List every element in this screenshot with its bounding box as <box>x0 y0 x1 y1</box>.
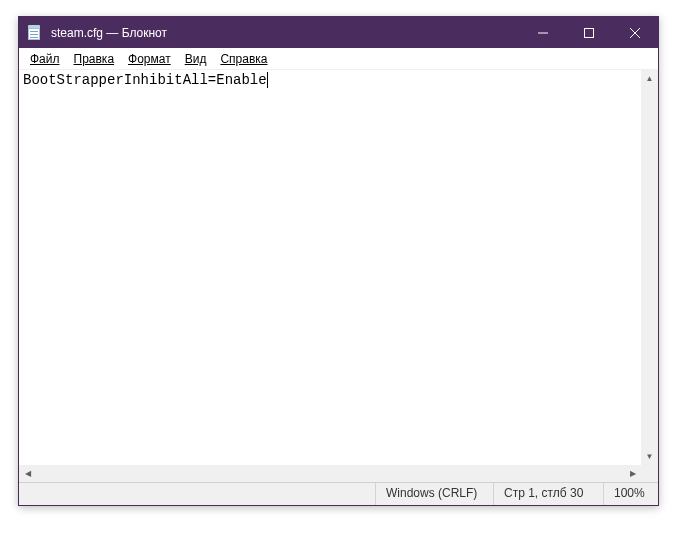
text-caret <box>267 72 268 88</box>
window-title: steam.cfg — Блокнот <box>49 26 520 40</box>
maximize-button[interactable] <box>566 17 612 48</box>
menubar: Файл Правка Формат Вид Справка <box>19 48 658 70</box>
titlebar[interactable]: steam.cfg — Блокнот <box>19 17 658 48</box>
text-editor[interactable]: BootStrapperInhibitAll=Enable <box>19 70 641 465</box>
menu-help[interactable]: Справка <box>213 50 274 68</box>
editor-content: BootStrapperInhibitAll=Enable <box>23 72 267 88</box>
menu-format[interactable]: Формат <box>121 50 178 68</box>
scroll-right-icon[interactable]: ▶ <box>624 465 641 482</box>
close-button[interactable] <box>612 17 658 48</box>
vertical-scrollbar[interactable]: ▲ ▼ <box>641 70 658 465</box>
minimize-button[interactable] <box>520 17 566 48</box>
status-encoding: Windows (CRLF) <box>375 483 493 505</box>
app-icon <box>19 25 49 41</box>
notepad-window: steam.cfg — Блокнот Файл Правка Формат В… <box>18 16 659 506</box>
scroll-down-icon[interactable]: ▼ <box>641 448 658 465</box>
menu-view[interactable]: Вид <box>178 50 214 68</box>
menu-edit[interactable]: Правка <box>67 50 122 68</box>
menu-file[interactable]: Файл <box>23 50 67 68</box>
svg-rect-1 <box>585 28 594 37</box>
status-zoom: 100% <box>603 483 658 505</box>
scrollbar-corner <box>641 465 658 482</box>
scroll-left-icon[interactable]: ◀ <box>19 465 36 482</box>
statusbar: Windows (CRLF) Стр 1, стлб 30 100% <box>19 482 658 505</box>
scroll-up-icon[interactable]: ▲ <box>641 70 658 87</box>
horizontal-scrollbar[interactable]: ◀ ▶ <box>19 465 658 482</box>
status-position: Стр 1, стлб 30 <box>493 483 603 505</box>
